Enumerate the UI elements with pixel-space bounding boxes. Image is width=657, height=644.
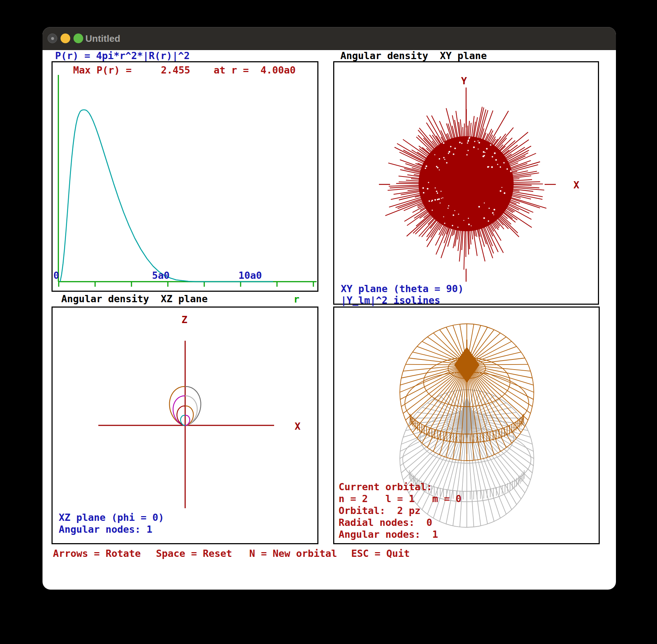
max-annotation: Max P(r) = 2.455 at r = 4.00a0 xyxy=(73,65,296,75)
orbital-info-angular: Angular nodes: 1 xyxy=(339,529,490,539)
screen: { "window": { "title": "Untitled" }, "ti… xyxy=(0,0,657,644)
close-button-icon[interactable] xyxy=(48,33,57,43)
orbital-info-nlm: n = 2 l = 1 m = 0 xyxy=(339,494,490,504)
xy-plane-header: Angular density XY plane xyxy=(340,51,487,61)
radial-probability-panel: Max P(r) = 2.455 at r = 4.00a0 0 5a0 10a… xyxy=(52,61,318,292)
xz-plane-header: Angular density XZ plane xyxy=(61,294,207,304)
hint-rotate: Arrows = Rotate xyxy=(53,549,141,558)
radial-axis-label: r xyxy=(294,294,299,304)
orbital-info-radial: Radial nodes: 0 xyxy=(339,518,490,527)
window-title: Untitled xyxy=(85,33,120,44)
radial-plot-svg xyxy=(52,61,318,292)
app-window: Untitled P(r) = 4pi*r^2*|R(r)|^2 Angular… xyxy=(43,27,616,590)
titlebar[interactable]: Untitled xyxy=(43,27,616,50)
x-axis-label: X xyxy=(573,180,579,190)
orbital-info-name: Orbital: 2 pz xyxy=(339,506,490,515)
xz-caption-nodes: Angular nodes: 1 xyxy=(59,524,152,534)
xz-angular-density-panel: Z X XZ plane (phi = 0) Angular nodes: 1 xyxy=(52,307,318,544)
hint-reset: Space = Reset xyxy=(156,549,232,558)
x-tick-10a0: 10a0 xyxy=(238,270,262,280)
orbital-info-title: Current orbital: xyxy=(339,482,490,492)
hint-new-orbital: N = New orbital xyxy=(249,549,337,558)
z-axis-label: Z xyxy=(182,315,187,325)
zoom-button-icon[interactable] xyxy=(73,33,83,43)
x-axis-label: X xyxy=(295,421,300,431)
x-tick-0: 0 xyxy=(53,270,59,280)
xz-caption-plane: XZ plane (phi = 0) xyxy=(59,513,164,522)
radial-plot-header: P(r) = 4pi*r^2*|R(r)|^2 xyxy=(55,51,190,61)
xy-caption-plane: XY plane (theta = 90) xyxy=(341,284,464,294)
xy-caption-isolines: |Y_lm|^2 isolines xyxy=(341,295,440,305)
hint-quit: ESC = Quit xyxy=(351,549,410,558)
x-tick-5a0: 5a0 xyxy=(152,270,170,280)
xz-isolines-svg xyxy=(52,307,318,544)
orbital-3d-panel: Current orbital: n = 2 l = 1 m = 0 Orbit… xyxy=(333,307,600,544)
minimize-button-icon[interactable] xyxy=(61,33,70,43)
y-axis-label: Y xyxy=(461,76,467,86)
xy-starburst-svg xyxy=(333,61,599,305)
xy-angular-density-panel: Y X XY plane (theta = 90) |Y_lm|^2 isoli… xyxy=(333,61,599,305)
